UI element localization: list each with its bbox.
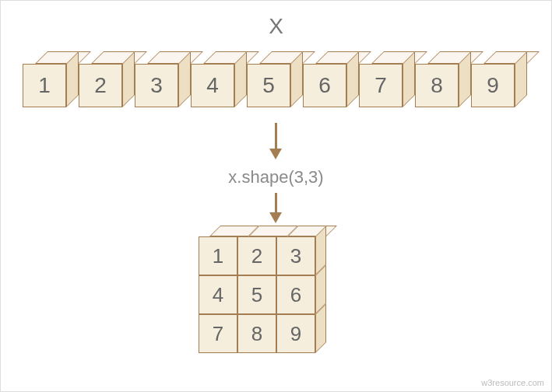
cell-value: 3 — [135, 64, 178, 107]
arrow-down-icon — [269, 123, 282, 160]
cell-value: 6 — [303, 64, 346, 107]
array-cell: 5 — [247, 51, 303, 107]
array-cell: 9 — [471, 51, 527, 107]
cell-value: 9 — [276, 314, 315, 353]
matrix-cell: 9 — [276, 303, 325, 352]
cell-value: 2 — [79, 64, 122, 107]
output-matrix-3x3: 1 2 3 4 5 6 7 8 9 — [199, 226, 362, 381]
cell-value: 1 — [23, 64, 66, 107]
cell-value: 7 — [359, 64, 403, 107]
input-array-1d: 1 2 3 4 5 6 7 8 9 — [23, 51, 529, 123]
cell-value: 8 — [415, 64, 459, 107]
array-cell: 2 — [79, 51, 135, 107]
array-cell: 4 — [191, 51, 247, 107]
watermark-text: w3resource.com — [481, 378, 544, 387]
cell-value: 8 — [237, 314, 276, 353]
array-cell: 3 — [135, 51, 191, 107]
array-cell: 6 — [303, 51, 359, 107]
cell-value: 9 — [471, 64, 515, 107]
array-cell: 7 — [359, 51, 415, 107]
array-cell: 8 — [415, 51, 471, 107]
cell-value: 5 — [247, 64, 290, 107]
operation-label: x.shape(3,3) — [0, 167, 552, 187]
cell-value: 4 — [191, 64, 234, 107]
arrow-down-icon — [269, 193, 282, 224]
cell-value: 7 — [199, 314, 237, 353]
array-label-x: X — [0, 14, 552, 39]
array-cell: 1 — [23, 51, 79, 107]
